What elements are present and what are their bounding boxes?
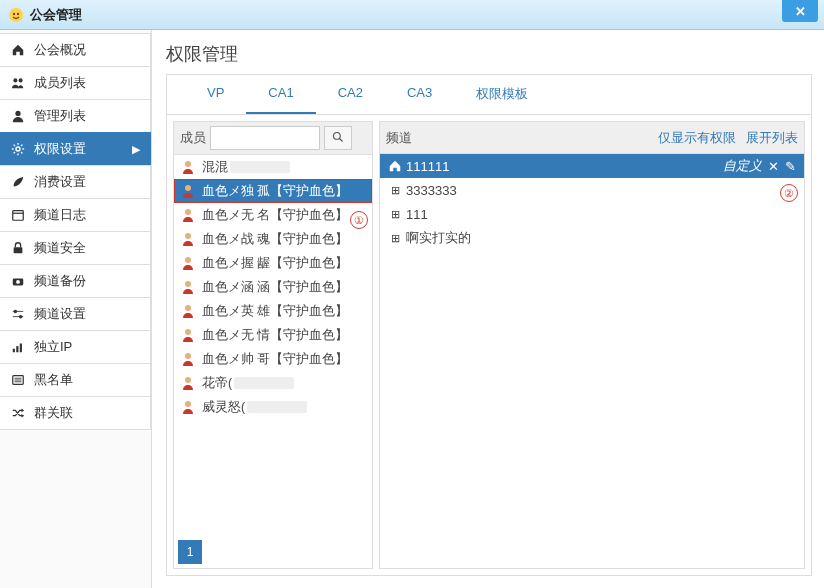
pager-page[interactable]: 1 [178,540,202,564]
search-input[interactable] [210,126,320,150]
tab-CA1[interactable]: CA1 [246,75,315,114]
sidebar: 公会概况成员列表管理列表权限设置▶消费设置频道日志频道安全频道备份频道设置独立I… [0,30,152,588]
avatar-icon [180,183,196,199]
close-icon: ✕ [795,4,806,19]
row-controls: 自定义✕✎ [723,157,796,175]
sidebar-item-0[interactable]: 公会概况 [0,33,151,67]
sidebar-item-label: 权限设置 [34,140,86,158]
svg-point-0 [9,8,23,22]
svg-point-42 [185,377,191,383]
tab-VP[interactable]: VP [185,75,246,114]
member-name: 血色メ战 魂【守护血色】 [202,231,348,248]
svg-point-3 [13,78,17,82]
list-icon [10,373,26,387]
member-row[interactable]: 混混 [174,155,372,179]
sidebar-item-10[interactable]: 黑名单 [0,363,151,397]
svg-rect-24 [13,349,15,353]
svg-point-33 [185,161,191,167]
tree-row[interactable]: ⊞111 [380,202,804,226]
svg-point-38 [185,281,191,287]
tabs: VPCA1CA2CA3权限模板 [167,75,811,115]
sidebar-item-label: 频道安全 [34,239,86,257]
sidebar-item-5[interactable]: 频道日志 [0,198,151,232]
lock-icon [10,241,26,255]
sidebar-item-3[interactable]: 权限设置▶ [0,132,151,166]
sidebar-item-label: 成员列表 [34,74,86,92]
sidebar-item-11[interactable]: 群关联 [0,396,151,430]
user-icon [10,109,26,123]
sidebar-item-9[interactable]: 独立IP [0,330,151,364]
svg-rect-15 [13,211,24,221]
home-icon [10,43,26,57]
avatar-icon [180,327,196,343]
tree-row[interactable]: ⊞3333333 [380,178,804,202]
channels-panel-head: 频道 仅显示有权限 展开列表 [380,122,804,154]
sidebar-item-4[interactable]: 消费设置 [0,165,151,199]
expand-icon[interactable]: ⊞ [388,232,402,245]
blurred-text [234,377,294,389]
callout-1: ① [350,211,368,229]
members-panel-foot: 1 [174,536,372,568]
tab-CA3[interactable]: CA3 [385,75,454,114]
member-row[interactable]: 血色メ无 名【守护血色】 [174,203,372,227]
sidebar-item-1[interactable]: 成员列表 [0,66,151,100]
tree-row[interactable]: ⊞啊实打实的 [380,226,804,250]
member-name: 威灵怒( [202,399,245,416]
close-icon[interactable]: ✕ [768,159,779,174]
member-row[interactable]: 血色メ握 龌【守护血色】 [174,251,372,275]
svg-point-5 [15,111,20,116]
sidebar-item-label: 群关联 [34,404,73,422]
member-row[interactable]: 血色メ帅 哥【守护血色】 [174,347,372,371]
search-button[interactable] [324,126,352,150]
member-row[interactable]: 花帝( [174,371,372,395]
member-name: 血色メ握 龌【守护血色】 [202,255,348,272]
avatar-icon [180,279,196,295]
expand-link[interactable]: 展开列表 [746,129,798,147]
blurred-text [247,401,307,413]
tree-label: 啊实打实的 [406,229,471,247]
svg-point-1 [13,12,15,14]
member-row[interactable]: 血色メ无 情【守护血色】 [174,323,372,347]
svg-rect-25 [16,346,18,352]
svg-line-13 [14,152,15,153]
svg-line-11 [14,145,15,146]
window-title: 公会管理 [30,6,818,24]
svg-point-41 [185,353,191,359]
tab-权限模板[interactable]: 权限模板 [454,75,550,114]
member-row[interactable]: 血色メ英 雄【守护血色】 [174,299,372,323]
svg-point-31 [334,132,341,139]
sidebar-item-8[interactable]: 频道设置 [0,297,151,331]
search-icon [332,131,344,146]
expand-icon[interactable]: ⊞ [388,184,402,197]
svg-line-12 [21,152,22,153]
leaf-icon [10,175,26,189]
close-button[interactable]: ✕ [782,0,818,22]
sidebar-item-label: 公会概况 [34,41,86,59]
sidebar-item-7[interactable]: 频道备份 [0,264,151,298]
avatar-icon [180,351,196,367]
sidebar-item-2[interactable]: 管理列表 [0,99,151,133]
members-list: ① 混混血色メ独 孤【守护血色】血色メ无 名【守护血色】血色メ战 魂【守护血色】… [174,155,372,536]
svg-line-14 [21,145,22,146]
member-row[interactable]: 血色メ独 孤【守护血色】 [174,179,372,203]
svg-point-2 [17,12,19,14]
chevron-right-icon: ▶ [132,143,140,156]
tree-label: 3333333 [406,183,457,198]
members-panel-label: 成员 [180,129,206,147]
member-row[interactable]: 威灵怒( [174,395,372,419]
member-name: 血色メ无 名【守护血色】 [202,207,348,224]
svg-point-35 [185,209,191,215]
tab-CA2[interactable]: CA2 [316,75,385,114]
svg-line-32 [340,138,343,141]
titlebar: 公会管理 ✕ [0,0,824,30]
sidebar-item-6[interactable]: 频道安全 [0,231,151,265]
member-name: 血色メ涵 涵【守护血色】 [202,279,348,296]
member-row[interactable]: 血色メ涵 涵【守护血色】 [174,275,372,299]
edit-icon[interactable]: ✎ [785,159,796,174]
tree-row[interactable]: 111111自定义✕✎ [380,154,804,178]
svg-point-34 [185,185,191,191]
member-row[interactable]: 血色メ战 魂【守护血色】 [174,227,372,251]
expand-icon[interactable]: ⊞ [388,208,402,221]
avatar-icon [180,159,196,175]
filter-link[interactable]: 仅显示有权限 [658,129,736,147]
